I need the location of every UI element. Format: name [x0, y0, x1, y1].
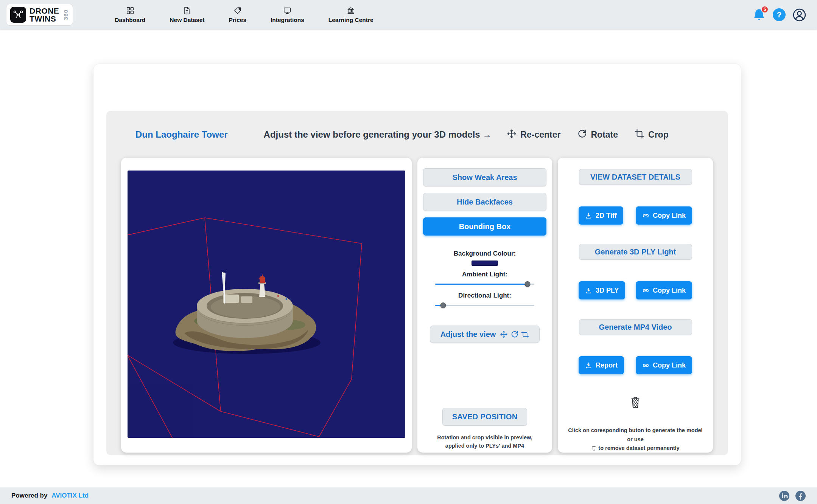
rotate-tool-button[interactable]: Rotate — [577, 129, 618, 140]
view-controls-card: Show Weak Areas Hide Backfaces Bounding … — [417, 158, 552, 453]
crop-tool-button[interactable]: Crop — [635, 129, 669, 140]
nav-label: Learning Centre — [328, 17, 373, 23]
show-weak-areas-button[interactable]: Show Weak Areas — [423, 168, 546, 186]
directional-slider-thumb[interactable] — [440, 302, 446, 308]
recenter-icon — [507, 129, 517, 140]
recenter-label: Re-center — [520, 130, 560, 140]
crop-label: Crop — [648, 130, 669, 140]
notifications-bell-icon[interactable]: 5 — [752, 8, 766, 22]
nav-item-integrations[interactable]: Integrations — [271, 6, 304, 23]
model-viewer-card — [121, 158, 412, 453]
ambient-slider-thumb[interactable] — [524, 281, 530, 287]
tiff-row: 2D Tiff Copy Link — [579, 206, 692, 225]
controls-footnote-line1: Rotation and crop visible in preview, — [437, 433, 532, 442]
download-icon — [585, 212, 592, 219]
view-tools: Re-center Rotate — [507, 129, 668, 140]
report-row: Report Copy Link — [579, 356, 692, 374]
company-link[interactable]: AVIOTIX Ltd — [51, 492, 89, 499]
new-dataset-icon — [183, 6, 191, 15]
exports-footnote: Click on coresponding buton to generate … — [558, 426, 713, 453]
notification-count-badge: 5 — [761, 6, 769, 13]
rotate-icon — [510, 330, 518, 338]
brand-logo[interactable]: DRONE TWINS 360 — [6, 4, 73, 26]
download-icon — [585, 287, 592, 294]
help-icon[interactable]: ? — [773, 8, 786, 21]
copy-tiff-link-button[interactable]: Copy Link — [636, 206, 692, 225]
rotate-label: Rotate — [591, 130, 618, 140]
crop-icon — [521, 330, 529, 338]
generate-mp4-video-button[interactable]: Generate MP4 Video — [579, 319, 692, 335]
nav-item-dashboard[interactable]: Dashboard — [115, 6, 145, 23]
viewer-panel: Dun Laoghaire Tower Adjust the view befo… — [106, 111, 728, 455]
instruction-text: Adjust the view before generating your 3… — [264, 129, 492, 140]
ply-label: 3D PLY — [596, 287, 619, 295]
social-links — [779, 491, 806, 501]
copy-report-link-button[interactable]: Copy Link — [636, 356, 692, 374]
rotate-icon — [577, 129, 587, 140]
brand-360-badge: 360 — [62, 9, 69, 20]
directional-light-label: Directional Light: — [458, 292, 511, 299]
model-viewer-canvas[interactable] — [128, 171, 405, 438]
exports-footnote-line2-wrap: to remove dataset permanently — [567, 444, 704, 453]
recenter-tool-button[interactable]: Re-center — [507, 129, 560, 140]
powered-by-label: Powered by — [11, 492, 47, 499]
nav-label: Dashboard — [115, 17, 145, 23]
integrations-icon — [283, 6, 291, 15]
recenter-icon — [500, 330, 508, 338]
linkedin-icon[interactable] — [779, 491, 789, 501]
dataset-card: Dun Laoghaire Tower Adjust the view befo… — [93, 64, 741, 465]
prices-icon — [233, 6, 242, 15]
top-navbar: DRONE TWINS 360 Dashboard — [0, 0, 817, 29]
nav-item-new-dataset[interactable]: New Dataset — [170, 6, 204, 23]
exports-card: VIEW DATASET DETAILS 2D Tiff — [558, 158, 713, 453]
3d-scene — [128, 171, 405, 438]
bounding-box-button[interactable]: Bounding Box — [423, 217, 546, 236]
page-footer: Powered by AVIOTIX Ltd — [0, 487, 817, 504]
crop-icon — [635, 129, 644, 140]
dataset-title: Dun Laoghaire Tower — [135, 129, 228, 140]
fort-model — [173, 272, 321, 354]
navbar-actions: 5 ? — [752, 8, 806, 22]
brand-name: DRONE TWINS — [30, 7, 59, 23]
copy-ply-link-button[interactable]: Copy Link — [636, 281, 692, 299]
view-dataset-details-button[interactable]: VIEW DATASET DETAILS — [579, 169, 692, 185]
brand-line2: TWINS — [30, 15, 59, 23]
download-report-button[interactable]: Report — [579, 356, 624, 374]
nav-item-learning-centre[interactable]: Learning Centre — [328, 6, 373, 23]
nav-item-prices[interactable]: Prices — [229, 6, 247, 23]
dashboard-icon — [126, 6, 134, 15]
delete-dataset-trash-icon[interactable] — [629, 395, 642, 409]
exports-footnote-line1: Click on coresponding buton to generate … — [567, 426, 704, 444]
copy-link-label: Copy Link — [653, 361, 686, 369]
hide-backfaces-button[interactable]: Hide Backfaces — [423, 193, 546, 211]
controls-footnote-line2: applied only to PLYs' and MP4 — [437, 442, 532, 450]
saved-position-button[interactable]: SAVED POSITION — [442, 408, 527, 426]
user-avatar-icon[interactable] — [792, 8, 806, 22]
page: DRONE TWINS 360 Dashboard — [0, 0, 817, 504]
main-navigation: Dashboard New Dataset Prices — [115, 6, 373, 23]
slider-fill — [435, 284, 528, 285]
background-colour-label: Background Colour: — [454, 250, 516, 257]
ambient-light-slider[interactable] — [435, 281, 534, 287]
link-icon — [642, 212, 649, 219]
directional-light-slider[interactable] — [435, 302, 534, 308]
download-2d-tiff-button[interactable]: 2D Tiff — [579, 206, 623, 225]
nav-label: Integrations — [271, 17, 304, 23]
nav-label: New Dataset — [170, 17, 204, 23]
powered-by: Powered by AVIOTIX Ltd — [11, 492, 89, 499]
panel-header: Dun Laoghaire Tower Adjust the view befo… — [106, 111, 728, 140]
slider-track — [435, 305, 534, 306]
link-icon — [642, 362, 649, 369]
link-icon — [642, 287, 649, 294]
report-label: Report — [596, 361, 618, 369]
drone-logo-icon — [10, 7, 26, 23]
controls-footnote: Rotation and crop visible in preview, ap… — [437, 433, 532, 450]
download-3d-ply-button[interactable]: 3D PLY — [579, 281, 625, 299]
adjust-view-button[interactable]: Adjust the view — [430, 326, 540, 343]
panel-columns: Show Weak Areas Hide Backfaces Bounding … — [121, 158, 728, 453]
generate-3d-ply-light-button[interactable]: Generate 3D PLY Light — [579, 244, 692, 260]
facebook-icon[interactable] — [795, 491, 806, 501]
nav-label: Prices — [229, 17, 247, 23]
lighthouse — [258, 274, 266, 297]
background-colour-swatch[interactable] — [472, 261, 498, 266]
